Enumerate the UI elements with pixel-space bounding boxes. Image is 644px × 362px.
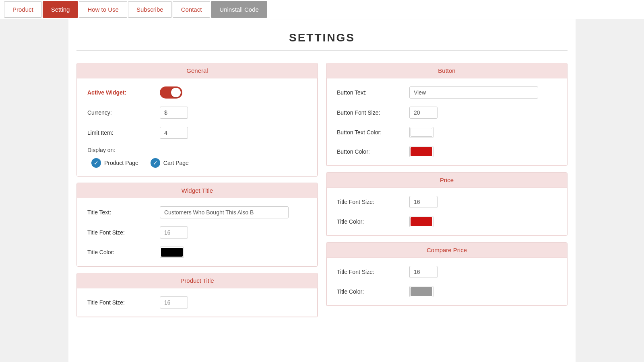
compare-color-inner (411, 287, 432, 296)
tab-setting[interactable]: Setting (43, 1, 78, 18)
tab-contact[interactable]: Contact (173, 1, 211, 18)
widget-title-section: Widget Title Title Text: Title Font Size… (76, 183, 318, 267)
toggle-thumb (171, 88, 181, 97)
compare-font-size-input[interactable] (409, 266, 438, 278)
general-header: General (77, 63, 318, 78)
compare-price-header: Compare Price (326, 243, 567, 257)
page-title: SETTINGS (76, 31, 568, 51)
compare-color-label: Title Color: (337, 288, 409, 295)
tab-subscribe[interactable]: Subscribe (128, 1, 172, 18)
compare-color-row: Title Color: (337, 286, 557, 297)
tab-how-to-use[interactable]: How to Use (79, 1, 127, 18)
title-font-size-row: Title Font Size: (87, 226, 307, 239)
button-text-row: Button Text: (337, 86, 557, 99)
right-column: Button Button Text: Button Font Size: Bu… (326, 63, 568, 306)
compare-price-body: Title Font Size: Title Color: (326, 257, 567, 306)
currency-row: Currency: (87, 107, 307, 119)
product-page-label: Product Page (104, 160, 138, 166)
cart-page-label: Cart Page (163, 160, 189, 166)
button-text-color-swatch[interactable] (409, 127, 433, 138)
button-color-row: Button Color: (337, 146, 557, 157)
tab-uninstall-code[interactable]: Uninstall Code (211, 1, 267, 18)
button-text-color-label: Button Text Color: (337, 129, 409, 136)
display-on-row: Display on: ✓ Product Page ✓ Cart Page (87, 147, 307, 168)
product-title-font-size-label: Title Font Size: (87, 299, 160, 306)
button-font-size-input[interactable] (409, 107, 438, 119)
button-font-size-label: Button Font Size: (337, 109, 409, 116)
currency-input[interactable] (160, 107, 188, 119)
display-on-label: Display on: (87, 147, 160, 153)
price-body: Title Font Size: Title Color: (326, 187, 567, 236)
product-title-section: Product Title Title Font Size: (76, 273, 318, 317)
title-text-input[interactable] (160, 206, 289, 218)
widget-title-header: Widget Title (77, 183, 318, 198)
general-body: Active Widget: Currency: (77, 78, 318, 176)
limit-item-row: Limit Item: (87, 127, 307, 139)
limit-item-label: Limit Item: (87, 130, 160, 136)
button-font-size-row: Button Font Size: (337, 107, 557, 119)
title-font-size-label: Title Font Size: (87, 229, 160, 236)
title-color-swatch[interactable] (160, 247, 184, 258)
price-color-inner (411, 217, 432, 226)
price-color-label: Title Color: (337, 218, 409, 225)
title-text-label: Title Text: (87, 209, 160, 216)
tab-product[interactable]: Product (4, 1, 42, 18)
button-text-label: Button Text: (337, 89, 409, 96)
compare-color-swatch[interactable] (409, 286, 433, 297)
price-font-size-row: Title Font Size: (337, 196, 557, 208)
button-color-swatch[interactable] (409, 146, 433, 157)
nav-bar: Product Setting How to Use Subscribe Con… (0, 0, 644, 19)
title-color-row: Title Color: (87, 247, 307, 258)
price-header: Price (326, 173, 567, 187)
button-header: Button (326, 63, 567, 78)
product-page-check-icon: ✓ (91, 158, 101, 168)
button-body: Button Text: Button Font Size: Button Te… (326, 78, 567, 166)
price-font-size-input[interactable] (409, 196, 438, 208)
general-section: General Active Widget: Currency: (76, 63, 318, 177)
active-widget-label: Active Widget: (87, 89, 160, 96)
product-title-font-size-row: Title Font Size: (87, 296, 307, 309)
title-color-inner (161, 248, 183, 257)
checkbox-product-page[interactable]: ✓ Product Page (91, 158, 138, 168)
price-color-swatch[interactable] (409, 216, 433, 227)
display-checkbox-group: ✓ Product Page ✓ Cart Page (87, 158, 189, 168)
checkbox-cart-page[interactable]: ✓ Cart Page (151, 158, 189, 168)
price-color-row: Title Color: (337, 216, 557, 227)
product-title-body: Title Font Size: (77, 288, 318, 317)
title-color-label: Title Color: (87, 249, 160, 255)
product-title-header: Product Title (77, 273, 318, 288)
compare-font-size-row: Title Font Size: (337, 266, 557, 278)
compare-price-section: Compare Price Title Font Size: Title Col… (326, 242, 568, 306)
columns-wrapper: General Active Widget: Currency: (76, 63, 568, 317)
product-title-font-size-input[interactable] (160, 296, 188, 309)
button-color-inner (411, 147, 432, 156)
price-section: Price Title Font Size: Title Color: (326, 172, 568, 236)
active-widget-toggle[interactable] (160, 86, 182, 99)
active-widget-row: Active Widget: (87, 86, 307, 99)
toggle-track (160, 86, 182, 99)
limit-item-input[interactable] (160, 127, 188, 139)
button-text-input[interactable] (409, 86, 538, 99)
button-text-color-inner (411, 128, 432, 137)
price-font-size-label: Title Font Size: (337, 199, 409, 205)
left-column: General Active Widget: Currency: (76, 63, 318, 317)
cart-page-check-icon: ✓ (151, 158, 160, 168)
widget-title-body: Title Text: Title Font Size: Title Color… (77, 198, 318, 266)
button-color-label: Button Color: (337, 148, 409, 155)
button-text-color-row: Button Text Color: (337, 127, 557, 138)
compare-font-size-label: Title Font Size: (337, 269, 409, 275)
title-text-row: Title Text: (87, 206, 307, 218)
main-content: SETTINGS General Active Widget: (68, 19, 576, 362)
currency-label: Currency: (87, 109, 160, 116)
title-font-size-input[interactable] (160, 226, 188, 239)
button-section: Button Button Text: Button Font Size: Bu… (326, 63, 568, 166)
